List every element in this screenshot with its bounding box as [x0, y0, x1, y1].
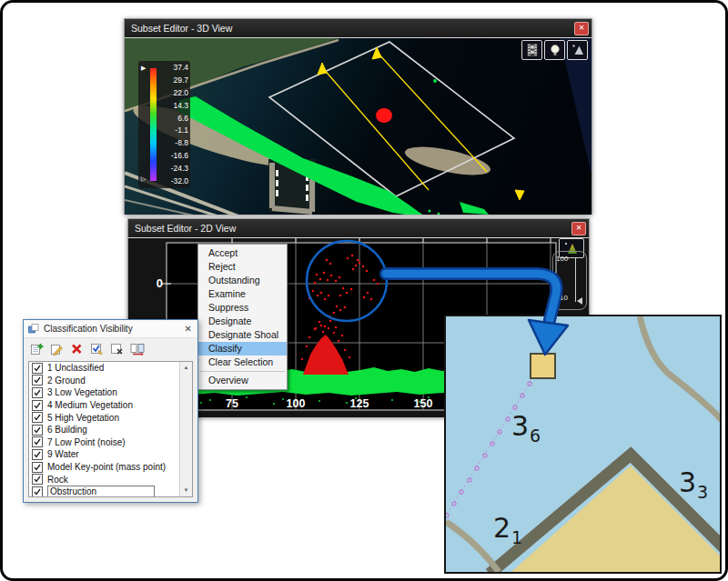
- add-classification-button[interactable]: [30, 342, 44, 356]
- close-button-3d[interactable]: ✕: [574, 22, 589, 35]
- classification-row[interactable]: 4 Medium Vegetation: [29, 399, 192, 412]
- obstruction-symbol: [531, 354, 555, 378]
- survey-track: [446, 382, 531, 518]
- classification-row[interactable]: 9 Water: [29, 448, 192, 461]
- classification-label: 2 Ground: [47, 376, 86, 386]
- classification-visibility-dialog: Classification Visibility ✕: [23, 319, 198, 503]
- menu-item-accept[interactable]: Accept: [198, 246, 287, 260]
- window-title-2d: Subset Editor - 2D View: [135, 223, 236, 234]
- depth-color-scale[interactable]: ▶ ▷ 37.4 29.7 22.0 14.3 6.6 -1.1 -8.8 -1…: [138, 61, 190, 188]
- menu-item-classify[interactable]: Classify: [198, 342, 287, 356]
- classification-row[interactable]: 1 Unclassified: [29, 362, 192, 375]
- menu-item-clear-selection[interactable]: Clear Selection: [198, 356, 287, 369]
- classification-row[interactable]: 2 Ground: [29, 375, 192, 387]
- film-strip-button[interactable]: [521, 40, 542, 60]
- classification-row[interactable]: Model Key-point (mass point): [29, 461, 192, 474]
- satellite-scene: [125, 38, 592, 215]
- obstruction-points-3d: [376, 108, 392, 123]
- list-scrollbar[interactable]: ▲ ▼: [179, 362, 192, 496]
- window-3d-view: Subset Editor - 3D View ✕: [124, 18, 592, 215]
- sounding-decimal: 6: [530, 426, 541, 446]
- scale-label: 29.7: [159, 76, 188, 85]
- classification-label: 1 Unclassified: [47, 363, 104, 373]
- chart-graphics: [446, 316, 720, 572]
- dialog-titlebar[interactable]: Classification Visibility ✕: [24, 320, 197, 338]
- classification-row[interactable]: 3 Low Vegetation: [29, 386, 192, 399]
- classification-name-input[interactable]: [47, 486, 155, 497]
- vertical-exaggeration-icon: [571, 43, 585, 57]
- menu-item-reject[interactable]: Reject: [198, 260, 287, 274]
- dialog-close-icon[interactable]: ✕: [185, 320, 192, 337]
- sounding-3-3: 33: [679, 469, 707, 499]
- scale-label: -16.6: [159, 152, 188, 160]
- checkbox-checked[interactable]: [32, 474, 43, 485]
- checkbox-checked[interactable]: [32, 375, 43, 386]
- dialog-title: Classification Visibility: [44, 324, 133, 334]
- window-title-3d: Subset Editor - 3D View: [131, 23, 232, 34]
- road-right: [640, 316, 720, 420]
- light-bulb-icon: [548, 43, 562, 57]
- lighting-button[interactable]: [544, 40, 565, 60]
- classification-row[interactable]: 5 High Vegetation: [29, 411, 192, 424]
- classification-list[interactable]: 1 Unclassified 2 Ground 3 Low Vegetation…: [28, 361, 193, 497]
- sand-spit: [403, 141, 493, 180]
- classification-row[interactable]: Rock: [29, 473, 192, 486]
- menu-item-examine[interactable]: Examine: [198, 287, 287, 301]
- check-all-button[interactable]: [90, 342, 104, 356]
- checkbox-checked[interactable]: [32, 449, 43, 460]
- viewport-3d[interactable]: ▶ ▷ 37.4 29.7 22.0 14.3 6.6 -1.1 -8.8 -1…: [125, 38, 592, 215]
- classification-label: Model Key-point (mass point): [47, 462, 166, 472]
- edit-classification-button[interactable]: [50, 342, 64, 356]
- exaggeration-button[interactable]: [567, 40, 588, 60]
- checkbox-checked[interactable]: [32, 400, 43, 411]
- checkbox-checked[interactable]: [32, 412, 43, 423]
- checkbox-checked[interactable]: [32, 425, 43, 436]
- checkbox-checked[interactable]: [32, 436, 43, 447]
- menu-item-overview[interactable]: Overview: [198, 374, 287, 387]
- checkbox-checked[interactable]: [32, 462, 43, 473]
- transfer-button[interactable]: [130, 342, 145, 356]
- delete-classification-button[interactable]: [70, 342, 84, 356]
- checkbox-checked[interactable]: [32, 486, 43, 497]
- slider-handle-icon[interactable]: [577, 297, 582, 305]
- x-tick: 150: [410, 397, 437, 410]
- slider-min-label: 10: [560, 294, 568, 302]
- scale-label: -8.8: [159, 139, 188, 147]
- sounding-main: 3: [679, 466, 696, 498]
- classification-row[interactable]: 6 Building: [29, 424, 192, 436]
- menu-separator: [200, 371, 285, 372]
- classification-label: 7 Low Point (noise): [47, 437, 126, 447]
- sounding-decimal: 1: [511, 527, 522, 547]
- slider-max-label: 100: [556, 255, 568, 263]
- menu-item-outstanding[interactable]: Outstanding: [198, 274, 287, 287]
- checkbox-checked[interactable]: [32, 387, 43, 398]
- classification-label: 4 Medium Vegetation: [47, 400, 133, 410]
- menu-item-suppress[interactable]: Suppress: [198, 301, 287, 315]
- chart-inset: 36 33 21: [444, 315, 722, 574]
- scroll-down-icon[interactable]: ▼: [180, 485, 192, 496]
- titlebar-2d[interactable]: Subset Editor - 2D View ✕: [128, 219, 589, 238]
- x-tick: 75: [218, 397, 246, 410]
- scale-label: 14.3: [159, 102, 188, 110]
- checkbox-checked[interactable]: [32, 363, 43, 374]
- scale-label: -32.0: [159, 177, 188, 185]
- menu-item-designate-shoal[interactable]: Designate Shoal: [198, 328, 287, 342]
- scroll-up-icon[interactable]: ▲: [180, 362, 192, 374]
- titlebar-3d[interactable]: Subset Editor - 3D View ✕: [125, 19, 592, 38]
- scale-label: -24.3: [159, 165, 188, 173]
- slider-track[interactable]: [575, 258, 576, 302]
- scale-marker-bottom-icon[interactable]: ▷: [141, 175, 146, 183]
- point-size-slider[interactable]: 100 10: [552, 251, 587, 310]
- uncheck-all-button[interactable]: [110, 342, 124, 356]
- classification-row-editing[interactable]: [29, 486, 192, 497]
- classification-row[interactable]: 7 Low Point (noise): [29, 436, 192, 449]
- scale-label: -1.1: [159, 126, 188, 135]
- classification-label: 9 Water: [47, 449, 79, 459]
- toolbar-3d: [521, 40, 588, 60]
- x-tick: 100: [282, 397, 309, 410]
- scale-marker-top-icon[interactable]: ▶: [141, 65, 146, 72]
- y-axis-tick-label: 0: [141, 276, 163, 290]
- scale-labels: 37.4 29.7 22.0 14.3 6.6 -1.1 -8.8 -16.6 …: [159, 64, 188, 185]
- close-button-2d[interactable]: ✕: [571, 222, 586, 235]
- menu-item-designate[interactable]: Designate: [198, 315, 287, 328]
